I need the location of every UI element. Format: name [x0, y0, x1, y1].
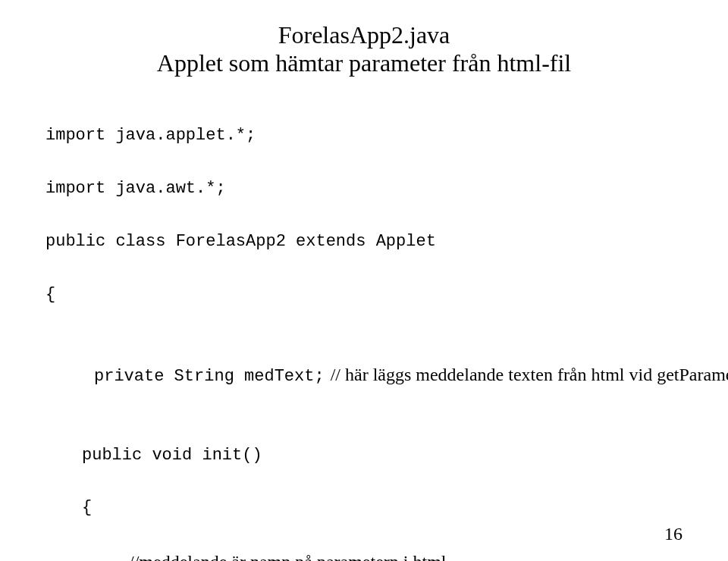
code-class-decl: public class ForelasApp2 extends Applet: [46, 229, 682, 255]
code-init-comment: //meddelande är namn på parametern i htm…: [46, 548, 682, 561]
code-import-2: import java.awt.*;: [46, 176, 682, 202]
page-number: 16: [664, 524, 682, 544]
document-subtitle: Applet som hämtar parameter från html-fi…: [46, 49, 682, 77]
code-init-brace-open: {: [46, 495, 682, 521]
code-block: import java.applet.*; import java.awt.*;…: [46, 96, 682, 561]
code-brace-open: {: [46, 282, 682, 308]
document-title: ForelasApp2.java: [46, 21, 682, 49]
document-header: ForelasApp2.java Applet som hämtar param…: [46, 21, 682, 77]
code-field-comment: // här läggs meddelande texten från html…: [331, 365, 728, 384]
code-field-line: private String medText; // här läggs med…: [46, 347, 682, 403]
code-init-decl: public void init(): [46, 443, 682, 469]
code-field-decl: private String medText;: [94, 367, 325, 386]
code-import-1: import java.applet.*;: [46, 123, 682, 149]
